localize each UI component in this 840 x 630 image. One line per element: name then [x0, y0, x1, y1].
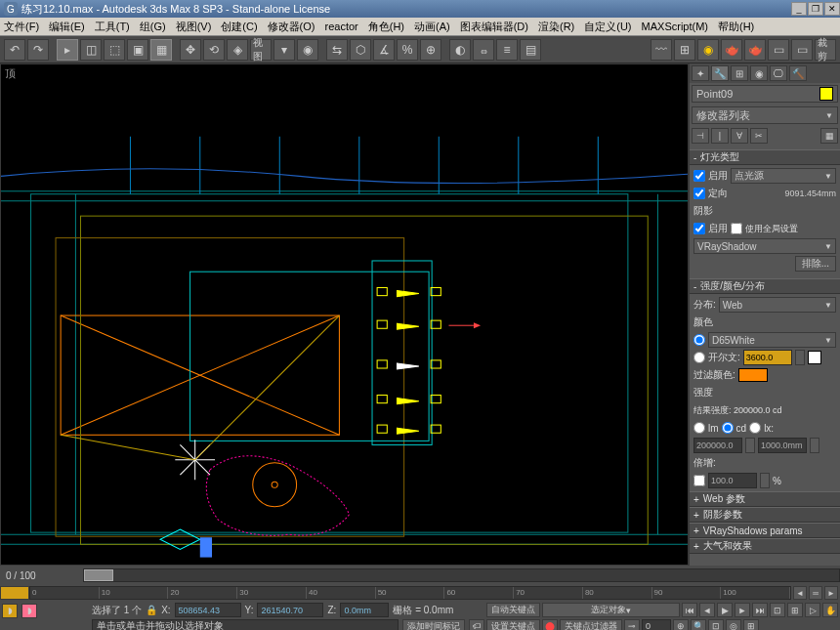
menu-modifier[interactable]: 修改器(O) — [268, 20, 315, 34]
maximize-vp-icon[interactable]: ⊞ — [743, 619, 759, 630]
menu-group[interactable]: 组(G) — [140, 20, 166, 34]
time-config-icon[interactable]: ⊕ — [673, 619, 689, 630]
tab-motion-icon[interactable]: ◉ — [750, 65, 768, 81]
auto-key-button[interactable]: 自动关键点 — [486, 603, 540, 617]
menu-maxscript[interactable]: MAXScript(M) — [642, 21, 708, 32]
kelvin-radio[interactable] — [693, 352, 705, 363]
zoom-ext-all-icon[interactable]: ⊞ — [787, 603, 803, 617]
menu-character[interactable]: 角色(H) — [368, 20, 404, 34]
menu-customize[interactable]: 自定义(U) — [584, 20, 631, 34]
zoom-all-icon[interactable]: ⊡ — [708, 619, 724, 630]
color-preset-radio[interactable] — [693, 334, 705, 346]
kelvin-swatch[interactable] — [808, 351, 821, 364]
cd-value-field[interactable]: 200000.0 — [693, 438, 742, 453]
make-unique-icon[interactable]: ∀ — [731, 128, 748, 144]
z-coord-field[interactable]: 0.0mm — [340, 603, 389, 617]
pin-stack-icon[interactable]: ⊣ — [692, 128, 709, 144]
x-coord-field[interactable]: 508654.43 — [175, 603, 241, 617]
track-nav-left-icon[interactable]: ◄ — [793, 586, 807, 600]
time-tag-icon[interactable]: 🏷 — [469, 619, 484, 630]
color-preset-dropdown[interactable]: D65White▼ — [708, 332, 836, 348]
kelvin-spinner[interactable] — [795, 350, 805, 365]
remove-mod-icon[interactable]: ✂ — [750, 128, 768, 144]
mult-spinner[interactable] — [760, 473, 770, 488]
distribution-dropdown[interactable]: Web▼ — [719, 297, 836, 313]
time-slider-thumb[interactable] — [84, 569, 113, 581]
move-icon[interactable]: ✥ — [180, 39, 201, 61]
current-frame-field[interactable]: 0 — [642, 619, 671, 630]
mirror-icon[interactable]: ⏛ — [473, 39, 494, 61]
ref-coord-label[interactable]: 视图 — [250, 39, 272, 61]
multiplier-checkbox[interactable] — [693, 475, 705, 486]
cd-spinner[interactable] — [745, 438, 755, 453]
lx-spinner[interactable] — [810, 438, 819, 453]
close-button[interactable]: ✕ — [824, 2, 840, 16]
lm-radio[interactable] — [693, 422, 705, 434]
object-name-field[interactable]: Point09 — [692, 85, 838, 103]
menu-tools[interactable]: 工具(T) — [95, 20, 130, 34]
align-icon[interactable]: ≡ — [496, 39, 518, 61]
zoom-icon[interactable]: 🔍 — [691, 619, 706, 630]
restore-button[interactable]: ❐ — [808, 2, 823, 16]
play-icon[interactable]: ▶ — [717, 603, 733, 617]
next-frame-icon[interactable]: ► — [735, 603, 750, 617]
rollout-vrayshadows[interactable]: +VRayShadows params — [690, 523, 840, 538]
cd-radio[interactable] — [722, 422, 734, 434]
menu-reactor[interactable]: reactor — [325, 21, 358, 32]
configure-icon[interactable]: ▦ — [820, 128, 838, 144]
pivot-icon[interactable]: ◉ — [297, 39, 318, 61]
rollout-header[interactable]: -强度/颜色/分布 — [690, 278, 840, 294]
track-ruler[interactable]: 0 10 20 30 40 50 60 70 80 90 100 — [29, 586, 791, 600]
rollout-web-params[interactable]: +Web 参数 — [690, 491, 840, 507]
percent-snap-icon[interactable]: % — [397, 39, 418, 61]
show-result-icon[interactable]: | — [711, 128, 729, 144]
menu-graph[interactable]: 图表编辑器(D) — [460, 20, 528, 34]
menu-edit[interactable]: 编辑(E) — [49, 20, 85, 34]
select-rect-icon[interactable]: ⬚ — [104, 39, 125, 61]
curve-editor-icon[interactable]: 〰 — [651, 39, 672, 61]
coord-arrow-icon[interactable]: ▾ — [273, 39, 295, 61]
scale-icon[interactable]: ◈ — [227, 39, 248, 61]
enable-light-checkbox[interactable] — [693, 170, 705, 182]
rollout-shadow-params[interactable]: +阴影参数 — [690, 507, 840, 523]
lock-icon[interactable]: 🔒 — [146, 605, 157, 615]
goto-start-icon[interactable]: ⏮ — [682, 603, 697, 617]
render-scene-icon[interactable]: 🫖 — [721, 39, 742, 61]
fov-icon[interactable]: ▷ — [805, 603, 820, 617]
filter-color-swatch[interactable] — [738, 368, 768, 382]
maxscript-mini-icon[interactable]: ◗ — [21, 604, 37, 618]
rollout-atmosphere[interactable]: +大气和效果 — [690, 538, 840, 554]
track-nav-scroll[interactable]: ═ — [809, 586, 822, 600]
render-last-icon[interactable]: ▭ — [791, 39, 813, 61]
menu-animation[interactable]: 动画(A) — [414, 20, 450, 34]
object-color-swatch[interactable] — [819, 87, 833, 101]
multiplier-field[interactable]: 100.0 — [708, 473, 757, 488]
angle-snap-icon[interactable]: ∡ — [373, 39, 395, 61]
tab-display-icon[interactable]: 🖵 — [770, 65, 787, 81]
track-nav-right-icon[interactable]: ► — [824, 586, 838, 600]
restrict-x-icon[interactable]: ⇆ — [326, 39, 348, 61]
orbit-icon[interactable]: ◎ — [726, 619, 741, 630]
key-icon[interactable]: ⬤ — [542, 619, 558, 630]
exclude-button[interactable]: 排除... — [795, 256, 836, 272]
menu-file[interactable]: 文件(F) — [4, 20, 39, 34]
track-key-button[interactable] — [0, 586, 29, 600]
menu-create[interactable]: 创建(C) — [221, 20, 257, 34]
light-type-dropdown[interactable]: 点光源▼ — [731, 168, 836, 184]
shadow-enable-checkbox[interactable] — [693, 223, 705, 234]
menu-help[interactable]: 帮助(H) — [718, 20, 754, 34]
rollout-header[interactable]: -灯光类型 — [690, 149, 840, 165]
key-filter-button[interactable]: 关键点过滤器 — [560, 619, 622, 630]
y-coord-field[interactable]: 261540.70 — [257, 603, 323, 617]
targeted-checkbox[interactable] — [693, 188, 705, 199]
selected-obj-dropdown[interactable]: 选定对象 ▾ — [542, 603, 680, 617]
kelvin-field[interactable]: 3600.0 — [743, 350, 792, 365]
global-settings-checkbox[interactable] — [731, 223, 742, 234]
shadow-type-dropdown[interactable]: VRayShadow▼ — [693, 238, 836, 254]
select-icon[interactable]: ▸ — [57, 39, 78, 61]
tab-hierarchy-icon[interactable]: ⊞ — [731, 65, 748, 81]
key-mode-icon[interactable]: ⊸ — [624, 619, 640, 630]
tab-modify-icon[interactable]: 🔧 — [711, 65, 729, 81]
lx-radio[interactable] — [749, 422, 761, 434]
crop-label[interactable]: 裁剪 — [815, 39, 836, 61]
